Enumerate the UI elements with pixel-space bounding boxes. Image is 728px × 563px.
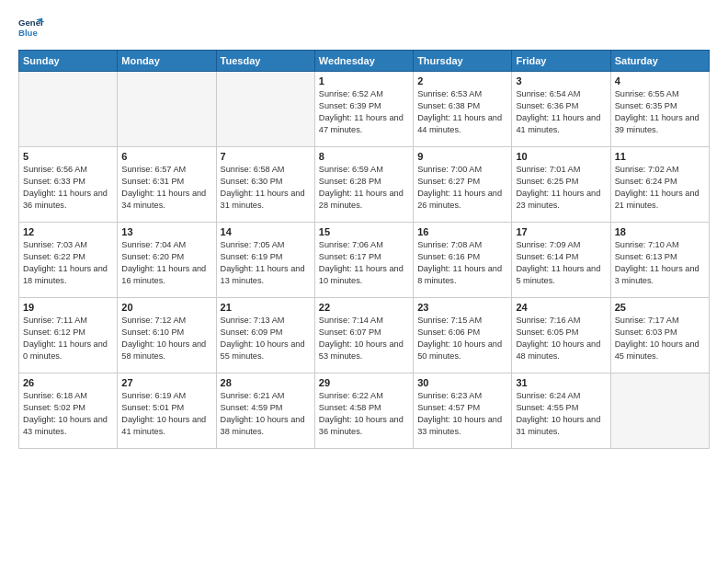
day-number: 24 — [516, 302, 606, 313]
day-number: 2 — [417, 75, 507, 86]
week-row-5: 26Sunrise: 6:18 AMSunset: 5:02 PMDayligh… — [19, 373, 710, 449]
day-number: 23 — [417, 302, 507, 313]
day-info: Sunrise: 6:54 AMSunset: 6:36 PMDaylight:… — [516, 88, 606, 136]
weekday-header-wednesday: Wednesday — [314, 51, 413, 72]
day-number: 30 — [417, 377, 507, 388]
day-info: Sunrise: 6:57 AMSunset: 6:31 PMDaylight:… — [121, 164, 211, 212]
day-number: 17 — [516, 226, 606, 237]
calendar-cell: 18Sunrise: 7:10 AMSunset: 6:13 PMDayligh… — [610, 223, 709, 298]
day-info: Sunrise: 6:58 AMSunset: 6:30 PMDaylight:… — [221, 164, 311, 212]
weekday-header-sunday: Sunday — [19, 51, 118, 72]
day-number: 25 — [615, 302, 705, 313]
svg-text:Blue: Blue — [18, 28, 38, 38]
day-info: Sunrise: 7:15 AMSunset: 6:06 PMDaylight:… — [417, 315, 507, 362]
day-number: 28 — [221, 377, 311, 388]
calendar-cell: 19Sunrise: 7:11 AMSunset: 6:12 PMDayligh… — [19, 298, 118, 373]
weekday-header-tuesday: Tuesday — [216, 51, 314, 72]
calendar-cell: 10Sunrise: 7:01 AMSunset: 6:25 PMDayligh… — [512, 147, 610, 223]
day-info: Sunrise: 6:23 AMSunset: 4:57 PMDaylight:… — [417, 390, 507, 438]
day-info: Sunrise: 7:13 AMSunset: 6:09 PMDaylight:… — [221, 315, 311, 362]
day-info: Sunrise: 7:02 AMSunset: 6:24 PMDaylight:… — [615, 164, 705, 212]
day-info: Sunrise: 7:05 AMSunset: 6:19 PMDaylight:… — [221, 239, 311, 287]
logo: General Blue — [18, 15, 44, 40]
day-number: 13 — [121, 226, 211, 237]
calendar-cell: 17Sunrise: 7:09 AMSunset: 6:14 PMDayligh… — [512, 223, 610, 298]
day-number: 21 — [221, 302, 311, 313]
calendar-cell: 20Sunrise: 7:12 AMSunset: 6:10 PMDayligh… — [118, 298, 216, 373]
day-info: Sunrise: 6:59 AMSunset: 6:28 PMDaylight:… — [319, 164, 409, 212]
day-number: 5 — [23, 151, 113, 162]
calendar-cell: 3Sunrise: 6:54 AMSunset: 6:36 PMDaylight… — [512, 72, 610, 147]
calendar-cell: 25Sunrise: 7:17 AMSunset: 6:03 PMDayligh… — [610, 298, 709, 373]
day-info: Sunrise: 6:22 AMSunset: 4:58 PMDaylight:… — [319, 390, 409, 438]
day-number: 18 — [615, 226, 705, 237]
calendar-cell: 15Sunrise: 7:06 AMSunset: 6:17 PMDayligh… — [314, 223, 413, 298]
day-info: Sunrise: 7:16 AMSunset: 6:05 PMDaylight:… — [516, 315, 606, 362]
calendar-table: SundayMondayTuesdayWednesdayThursdayFrid… — [18, 50, 710, 449]
logo-icon: General Blue — [18, 15, 44, 40]
calendar-cell: 30Sunrise: 6:23 AMSunset: 4:57 PMDayligh… — [414, 373, 512, 449]
week-row-4: 19Sunrise: 7:11 AMSunset: 6:12 PMDayligh… — [19, 298, 710, 373]
day-number: 22 — [319, 302, 409, 313]
day-number: 16 — [417, 226, 507, 237]
calendar-cell: 4Sunrise: 6:55 AMSunset: 6:35 PMDaylight… — [610, 72, 709, 147]
day-number: 11 — [615, 151, 705, 162]
calendar-cell: 16Sunrise: 7:08 AMSunset: 6:16 PMDayligh… — [414, 223, 512, 298]
day-info: Sunrise: 7:04 AMSunset: 6:20 PMDaylight:… — [121, 239, 211, 287]
page: General Blue SundayMondayTuesdayWednesda… — [0, 0, 728, 563]
day-info: Sunrise: 6:19 AMSunset: 5:01 PMDaylight:… — [121, 390, 211, 438]
day-info: Sunrise: 7:01 AMSunset: 6:25 PMDaylight:… — [516, 164, 606, 212]
day-number: 6 — [121, 151, 211, 162]
day-info: Sunrise: 7:06 AMSunset: 6:17 PMDaylight:… — [319, 239, 409, 287]
calendar-cell: 24Sunrise: 7:16 AMSunset: 6:05 PMDayligh… — [512, 298, 610, 373]
day-info: Sunrise: 6:21 AMSunset: 4:59 PMDaylight:… — [221, 390, 311, 438]
week-row-2: 5Sunrise: 6:56 AMSunset: 6:33 PMDaylight… — [19, 147, 710, 223]
calendar-cell — [610, 373, 709, 449]
calendar-cell: 22Sunrise: 7:14 AMSunset: 6:07 PMDayligh… — [314, 298, 413, 373]
day-number: 29 — [319, 377, 409, 388]
calendar-cell: 21Sunrise: 7:13 AMSunset: 6:09 PMDayligh… — [216, 298, 314, 373]
day-info: Sunrise: 7:12 AMSunset: 6:10 PMDaylight:… — [121, 315, 211, 362]
calendar-cell: 26Sunrise: 6:18 AMSunset: 5:02 PMDayligh… — [19, 373, 118, 449]
day-info: Sunrise: 6:56 AMSunset: 6:33 PMDaylight:… — [23, 164, 113, 212]
day-number: 15 — [319, 226, 409, 237]
day-number: 3 — [516, 75, 606, 86]
day-info: Sunrise: 6:24 AMSunset: 4:55 PMDaylight:… — [516, 390, 606, 438]
day-number: 14 — [221, 226, 311, 237]
week-row-1: 1Sunrise: 6:52 AMSunset: 6:39 PMDaylight… — [19, 72, 710, 147]
calendar-cell: 8Sunrise: 6:59 AMSunset: 6:28 PMDaylight… — [314, 147, 413, 223]
calendar-cell: 6Sunrise: 6:57 AMSunset: 6:31 PMDaylight… — [118, 147, 216, 223]
weekday-header-friday: Friday — [512, 51, 610, 72]
calendar-cell — [118, 72, 216, 147]
calendar-cell: 31Sunrise: 6:24 AMSunset: 4:55 PMDayligh… — [512, 373, 610, 449]
day-info: Sunrise: 6:18 AMSunset: 5:02 PMDaylight:… — [23, 390, 113, 438]
calendar-cell: 23Sunrise: 7:15 AMSunset: 6:06 PMDayligh… — [414, 298, 512, 373]
day-number: 12 — [23, 226, 113, 237]
calendar-cell: 28Sunrise: 6:21 AMSunset: 4:59 PMDayligh… — [216, 373, 314, 449]
calendar-cell: 9Sunrise: 7:00 AMSunset: 6:27 PMDaylight… — [414, 147, 512, 223]
calendar-cell: 27Sunrise: 6:19 AMSunset: 5:01 PMDayligh… — [118, 373, 216, 449]
calendar-cell: 2Sunrise: 6:53 AMSunset: 6:38 PMDaylight… — [414, 72, 512, 147]
header: General Blue — [18, 15, 710, 40]
day-number: 31 — [516, 377, 606, 388]
calendar-cell: 29Sunrise: 6:22 AMSunset: 4:58 PMDayligh… — [314, 373, 413, 449]
calendar-cell: 13Sunrise: 7:04 AMSunset: 6:20 PMDayligh… — [118, 223, 216, 298]
day-info: Sunrise: 7:11 AMSunset: 6:12 PMDaylight:… — [23, 315, 113, 362]
day-info: Sunrise: 7:09 AMSunset: 6:14 PMDaylight:… — [516, 239, 606, 287]
week-row-3: 12Sunrise: 7:03 AMSunset: 6:22 PMDayligh… — [19, 223, 710, 298]
day-info: Sunrise: 6:52 AMSunset: 6:39 PMDaylight:… — [319, 88, 409, 136]
day-number: 27 — [121, 377, 211, 388]
day-info: Sunrise: 6:53 AMSunset: 6:38 PMDaylight:… — [417, 88, 507, 136]
day-info: Sunrise: 7:03 AMSunset: 6:22 PMDaylight:… — [23, 239, 113, 287]
weekday-header-monday: Monday — [118, 51, 216, 72]
calendar-cell — [216, 72, 314, 147]
weekday-header-thursday: Thursday — [414, 51, 512, 72]
day-info: Sunrise: 7:10 AMSunset: 6:13 PMDaylight:… — [615, 239, 705, 287]
day-info: Sunrise: 7:08 AMSunset: 6:16 PMDaylight:… — [417, 239, 507, 287]
day-number: 26 — [23, 377, 113, 388]
day-number: 20 — [121, 302, 211, 313]
calendar-cell: 12Sunrise: 7:03 AMSunset: 6:22 PMDayligh… — [19, 223, 118, 298]
day-number: 1 — [319, 75, 409, 86]
calendar-cell: 5Sunrise: 6:56 AMSunset: 6:33 PMDaylight… — [19, 147, 118, 223]
day-number: 8 — [319, 151, 409, 162]
